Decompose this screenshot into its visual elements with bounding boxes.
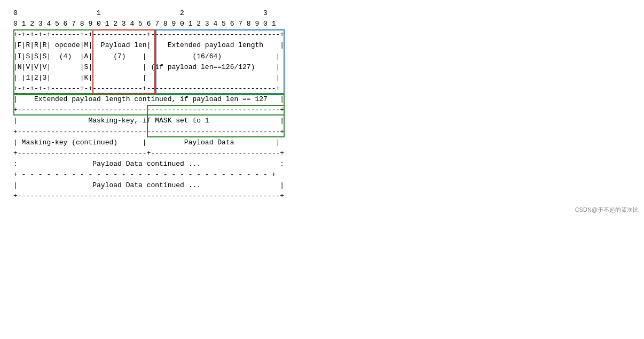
diagram-content: 0 1 2 3 0 1 2 3 4 5 6 7 8 9 0 1 2 3 4 5 … <box>13 8 631 202</box>
main-frame: 0 1 2 3 0 1 2 3 4 5 6 7 8 9 0 1 2 3 4 5 … <box>0 0 644 218</box>
watermark: CSDN@于不起的蓝次比 <box>575 206 639 214</box>
